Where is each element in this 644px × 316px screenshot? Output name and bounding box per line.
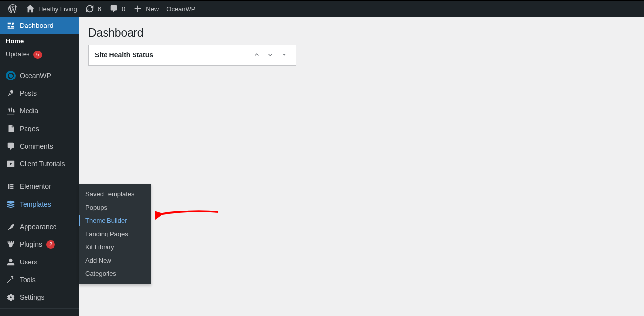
site-name-label: Heathy Living <box>38 5 77 13</box>
sidebar-sub-home[interactable]: Home <box>0 34 79 48</box>
widget-move-up[interactable] <box>251 49 263 61</box>
sidebar-item-appearance[interactable]: Appearance <box>0 218 79 236</box>
sidebar-label: Users <box>20 258 38 266</box>
tools-icon <box>6 275 16 285</box>
triangle-down-icon <box>281 52 287 58</box>
wordpress-icon <box>8 4 18 14</box>
sidebar-label: Tools <box>20 276 36 284</box>
sidebar-label: Media <box>20 107 38 115</box>
home-icon <box>26 4 35 14</box>
comments-toolbar[interactable]: 0 <box>105 1 129 17</box>
sidebar-label: Pages <box>20 125 39 132</box>
sidebar-label: Posts <box>20 89 37 97</box>
sidebar-label: Templates <box>20 200 51 208</box>
sidebar-item-oceanwp[interactable]: OceanWP <box>0 67 79 84</box>
oceanwp-toolbar[interactable]: OceanWP <box>162 1 199 17</box>
site-name[interactable]: Heathy Living <box>22 1 81 17</box>
chevron-down-icon <box>267 52 274 58</box>
oceanwp-icon <box>6 71 16 80</box>
dashboard-icon <box>6 21 16 30</box>
sidebar-item-tools[interactable]: Tools <box>0 271 79 289</box>
comments-count: 0 <box>122 5 125 13</box>
sidebar-item-templates[interactable]: Templates <box>0 195 79 213</box>
updates-toolbar[interactable]: 6 <box>81 1 105 17</box>
sidebar-item-posts[interactable]: Posts <box>0 84 79 102</box>
widget-toggle[interactable] <box>278 49 290 61</box>
sidebar-sub-updates[interactable]: Updates 6 <box>0 48 79 62</box>
sidebar-item-client-tutorials[interactable]: Client Tutorials <box>0 155 79 173</box>
admin-toolbar: Heathy Living 6 0 New OceanWP <box>0 1 644 17</box>
sidebar-item-settings[interactable]: Settings <box>0 289 79 306</box>
media-icon <box>6 106 16 116</box>
update-icon <box>85 4 95 14</box>
sidebar-label: Comments <box>20 142 53 150</box>
site-health-widget: Site Health Status <box>88 45 296 66</box>
sidebar-item-dashboard[interactable]: Dashboard <box>0 17 79 34</box>
sidebar-item-plugins[interactable]: Plugins 2 <box>0 236 79 253</box>
sidebar-item-media[interactable]: Media <box>0 102 79 120</box>
pin-icon <box>6 88 16 98</box>
brush-icon <box>6 222 16 232</box>
sidebar-label: Client Tutorials <box>20 160 65 168</box>
users-icon <box>6 257 16 267</box>
updates-count: 6 <box>98 5 101 13</box>
sidebar-item-elementor[interactable]: Elementor <box>0 178 79 195</box>
elementor-icon <box>6 182 16 191</box>
admin-sidebar: Dashboard Home Updates 6 OceanWP Posts M… <box>0 17 79 316</box>
widget-title: Site Health Status <box>95 51 153 59</box>
chevron-up-icon <box>253 52 260 58</box>
updates-badge: 6 <box>33 51 42 59</box>
new-label: New <box>146 5 159 13</box>
pages-icon <box>6 124 16 133</box>
sidebar-label: Plugins <box>20 240 42 248</box>
sidebar-label: OceanWP <box>20 72 51 79</box>
plugin-icon <box>6 239 16 249</box>
sidebar-item-comments[interactable]: Comments <box>0 137 79 155</box>
sidebar-item-cpt-ui[interactable]: CPT UI <box>0 311 79 316</box>
settings-icon <box>6 292 16 302</box>
templates-icon <box>6 199 16 209</box>
new-content[interactable]: New <box>129 1 162 17</box>
wordpress-logo[interactable] <box>4 1 22 17</box>
video-icon <box>6 159 16 169</box>
sidebar-label: Appearance <box>20 223 57 231</box>
sidebar-label: Dashboard <box>20 22 54 29</box>
main-content: Dashboard Site Health Status <box>79 17 644 316</box>
comment-icon <box>6 141 16 151</box>
comment-icon <box>109 4 119 14</box>
sidebar-item-users[interactable]: Users <box>0 253 79 271</box>
widget-move-down[interactable] <box>265 49 276 61</box>
plugins-badge: 2 <box>46 240 55 249</box>
sidebar-label: Settings <box>20 293 45 301</box>
page-title: Dashboard <box>88 17 634 45</box>
oceanwp-label: OceanWP <box>166 5 195 13</box>
sidebar-item-pages[interactable]: Pages <box>0 120 79 137</box>
sidebar-label: Elementor <box>20 183 51 190</box>
plus-icon <box>133 4 143 14</box>
